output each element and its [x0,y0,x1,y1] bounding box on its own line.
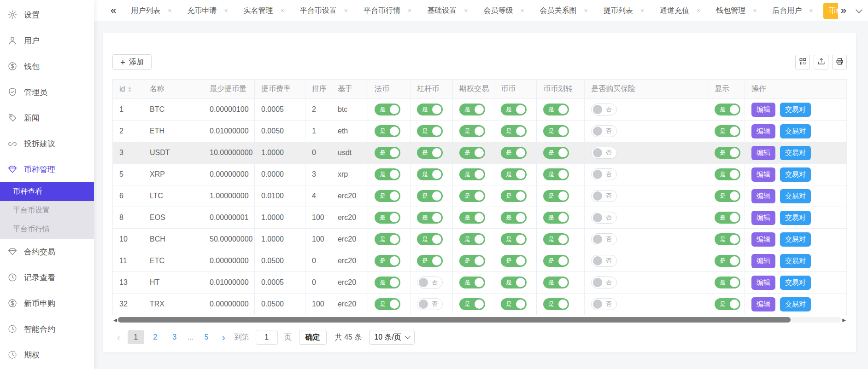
sidebar-item-用户[interactable]: 用户 [0,28,94,53]
tab-close-icon[interactable]: × [809,7,813,14]
trading-pair-button[interactable]: 交易对 [780,124,811,138]
toggle-show-on[interactable]: 是 [715,190,740,202]
scrollbar-track[interactable] [118,317,841,323]
sidebar-item-合约交易[interactable]: 合约交易 [0,239,94,265]
toggle-transfer-on[interactable]: 是 [543,212,569,224]
toggle-leverage-on[interactable]: 是 [417,190,443,202]
toggle-transfer-on[interactable]: 是 [543,104,569,115]
page-next-icon[interactable]: › [217,332,230,343]
scrollbar-thumb[interactable] [118,317,791,323]
toggle-transfer-on[interactable]: 是 [543,125,569,137]
toggle-insurance-off[interactable]: 否 [591,277,617,288]
toggle-coin-on[interactable]: 是 [501,277,527,288]
toggle-fiat-on[interactable]: 是 [375,190,400,202]
sidebar-item-钱包[interactable]: 钱包 [0,53,94,79]
trading-pair-button[interactable]: 交易对 [780,297,811,311]
toggle-coin-on[interactable]: 是 [501,147,527,159]
sidebar-item-新币申购[interactable]: 新币申购 [0,290,94,316]
tab-平台币设置[interactable]: 平台币设置× [294,3,353,19]
toggle-transfer-on[interactable]: 是 [543,168,569,180]
toggle-transfer-on[interactable]: 是 [543,233,569,245]
trading-pair-button[interactable]: 交易对 [780,232,811,247]
column-header-id[interactable]: id▲▼ [113,80,143,99]
toggle-fiat-on[interactable]: 是 [375,168,400,180]
toggle-show-on[interactable]: 是 [715,104,740,115]
toggle-leverage-on[interactable]: 是 [417,233,443,245]
sidebar-item-设置[interactable]: 设置 [0,2,94,28]
tab-close-icon[interactable]: × [753,7,757,14]
tab-close-icon[interactable]: × [344,7,348,14]
toggle-transfer-on[interactable]: 是 [543,255,569,267]
toggle-transfer-on[interactable]: 是 [543,298,569,310]
page-button-2[interactable]: 2 [147,330,164,344]
toggle-insurance-off[interactable]: 否 [591,125,617,137]
columns-button[interactable] [795,55,810,69]
export-button[interactable] [814,55,828,69]
edit-button[interactable]: 编辑 [751,167,775,182]
toggle-insurance-off[interactable]: 否 [591,298,617,310]
tab-后台用户[interactable]: 后台用户× [767,3,818,19]
tab-close-icon[interactable]: × [168,7,171,14]
page-button-1[interactable]: 1 [128,330,144,344]
toggle-leverage-on[interactable]: 是 [417,255,443,267]
toggle-coin-on[interactable]: 是 [501,168,527,180]
trading-pair-button[interactable]: 交易对 [780,254,811,268]
toggle-insurance-off[interactable]: 否 [591,190,617,202]
edit-button[interactable]: 编辑 [751,103,775,117]
toggle-fiat-on[interactable]: 是 [375,298,400,310]
toggle-fiat-on[interactable]: 是 [375,277,400,288]
trading-pair-button[interactable]: 交易对 [780,167,811,182]
toggle-leverage-on[interactable]: 是 [417,168,443,180]
trading-pair-button[interactable]: 交易对 [780,146,811,160]
tab-会员等级[interactable]: 会员等级× [478,3,529,19]
scroll-left-icon[interactable]: ◀ [112,317,118,323]
scroll-right-icon[interactable]: ▶ [841,317,847,323]
tab-close-icon[interactable]: × [640,7,644,14]
tab-close-icon[interactable]: × [697,7,700,14]
trading-pair-button[interactable]: 交易对 [780,211,811,225]
page-button-3[interactable]: 3 [166,330,183,344]
toggle-leverage-off[interactable]: 否 [417,298,443,310]
tab-close-icon[interactable]: × [464,7,468,14]
tab-提币列表[interactable]: 提币列表× [598,3,650,19]
toggle-show-on[interactable]: 是 [715,125,740,137]
toggle-fiat-on[interactable]: 是 [375,125,400,137]
toggle-option-on[interactable]: 是 [459,147,485,159]
toggle-show-on[interactable]: 是 [715,212,740,224]
toggle-transfer-on[interactable]: 是 [543,190,569,202]
confirm-button[interactable]: 确定 [299,330,327,345]
toggle-leverage-on[interactable]: 是 [417,147,443,159]
toggle-coin-on[interactable]: 是 [501,190,527,202]
toggle-insurance-off[interactable]: 否 [591,104,617,115]
toggle-leverage-off[interactable]: 否 [417,277,443,288]
page-size-select[interactable]: 10 条/页 [369,330,415,345]
toggle-coin-on[interactable]: 是 [501,233,527,245]
tab-用户列表[interactable]: 用户列表× [125,3,177,19]
toggle-option-on[interactable]: 是 [459,255,485,267]
tab-close-icon[interactable]: × [281,7,284,14]
edit-button[interactable]: 编辑 [751,189,775,203]
edit-button[interactable]: 编辑 [751,146,775,160]
tab-close-icon[interactable]: × [408,7,411,14]
toggle-insurance-off[interactable]: 否 [591,233,617,245]
tabs-menu-chevron-down-icon[interactable] [856,6,863,13]
toggle-insurance-off[interactable]: 否 [591,168,617,180]
tabs-scroll-left-icon[interactable]: « [108,5,119,17]
toggle-fiat-on[interactable]: 是 [375,104,400,115]
toggle-insurance-off[interactable]: 否 [591,255,617,267]
tab-实名管理[interactable]: 实名管理× [238,3,290,19]
trading-pair-button[interactable]: 交易对 [780,103,811,117]
sort-caret-icon[interactable]: ▲▼ [128,86,131,92]
sidebar-item-记录查看[interactable]: 记录查看 [0,265,94,290]
page-prev-icon[interactable]: ‹ [112,332,125,343]
sidebar-item-期权[interactable]: 期权 [0,342,94,368]
print-button[interactable] [832,55,847,69]
toggle-show-on[interactable]: 是 [715,168,740,180]
tab-close-icon[interactable]: × [584,7,588,14]
sidebar-subitem-币种查看[interactable]: 币种查看 [0,182,94,201]
toggle-option-on[interactable]: 是 [459,104,485,115]
toggle-leverage-on[interactable]: 是 [417,104,443,115]
toggle-show-on[interactable]: 是 [715,277,740,288]
toggle-show-on[interactable]: 是 [715,233,740,245]
goto-page-input[interactable] [256,330,278,345]
